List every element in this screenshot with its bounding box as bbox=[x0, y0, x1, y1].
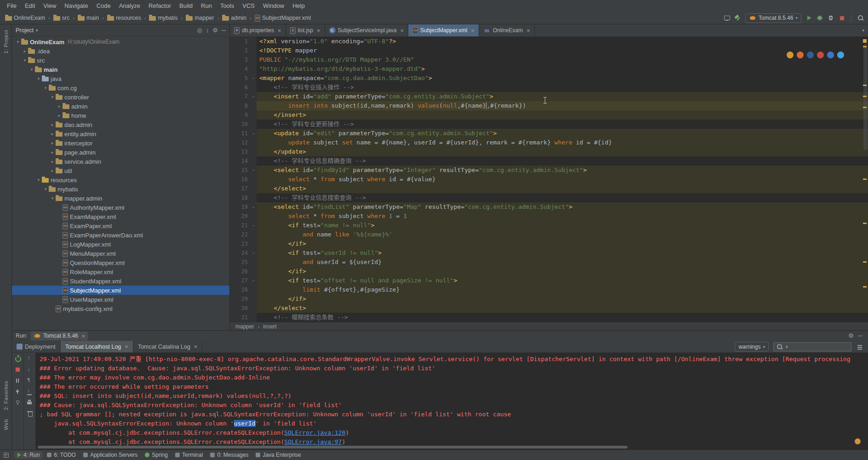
tree-item-main[interactable]: ▾main bbox=[12, 65, 229, 74]
editor-tab-subjectserviceimpl-java[interactable]: SubjectServiceImpl.java× bbox=[325, 24, 409, 36]
code-line[interactable]: 21− <if test="name != null"> bbox=[230, 221, 868, 230]
run-button[interactable] bbox=[805, 14, 812, 22]
code-line[interactable]: 20 select * from subject where 1 = 1 bbox=[230, 212, 868, 221]
code-line[interactable]: 3PUBLIC "-//mybatis.org//DTD Mapper 3.0/… bbox=[230, 55, 868, 64]
run-configuration-select[interactable]: Tomcat 8.5.46 ▾ bbox=[745, 13, 801, 23]
editor[interactable]: 1<?xml version="1.0" encoding="UTF-8"?>2… bbox=[230, 37, 868, 322]
console-output[interactable]: 29-Jul-2021 17:49:09.520 严重 [http-nio-80… bbox=[36, 353, 868, 449]
tree-item-com-cg[interactable]: ▾com.cg bbox=[12, 83, 229, 92]
stacktrace-link[interactable]: SQLError.java:97 bbox=[284, 438, 342, 445]
chevron-down-icon[interactable]: ▾ bbox=[49, 196, 56, 201]
menu-item-help[interactable]: Help bbox=[288, 0, 309, 12]
tree-item-mybatis[interactable]: ▾mybatis bbox=[12, 184, 229, 194]
chevron-down-icon[interactable]: ▾ bbox=[36, 28, 38, 33]
code-line[interactable]: 23 </if> bbox=[230, 239, 868, 248]
console-options-icon[interactable] bbox=[856, 343, 863, 351]
console-search-field[interactable]: ▾ bbox=[773, 342, 851, 351]
breadcrumb-item-resources[interactable]: resources bbox=[106, 15, 143, 21]
fold-marker-icon[interactable]: − bbox=[251, 202, 257, 212]
tree-item-admin[interactable]: ▸admin bbox=[12, 102, 229, 111]
code-line[interactable]: 27− <if test="offset != null and pageSiz… bbox=[230, 276, 868, 285]
warning-stripe-mark[interactable] bbox=[863, 223, 867, 224]
fold-marker-icon[interactable]: − bbox=[251, 129, 257, 138]
statusbar-item-application-servers[interactable]: Application Servers bbox=[80, 451, 141, 459]
fold-marker-icon[interactable]: − bbox=[251, 276, 257, 285]
fold-marker-icon[interactable]: − bbox=[251, 221, 257, 230]
project-stripe-button[interactable]: 1: Project bbox=[3, 30, 9, 53]
code-line[interactable]: 14 <!-- 学科专业信息精确查询 --> bbox=[230, 156, 868, 166]
chevron-down-icon[interactable]: ▾ bbox=[42, 86, 49, 90]
chevron-right-icon[interactable]: ▸ bbox=[56, 113, 63, 118]
close-icon[interactable]: × bbox=[194, 343, 198, 350]
tree-item-logmapper-xml[interactable]: LogMapper.xml bbox=[12, 240, 229, 249]
tree-item-authoritymapper-xml[interactable]: AuthorityMapper.xml bbox=[12, 203, 229, 212]
tree-item-idea[interactable]: ▸.idea bbox=[12, 46, 229, 56]
close-icon[interactable]: × bbox=[400, 27, 404, 34]
code-line[interactable]: 1<?xml version="1.0" encoding="UTF-8"?> bbox=[230, 37, 868, 46]
up-stacktrace-icon[interactable] bbox=[26, 355, 34, 363]
chevron-right-icon[interactable]: ▸ bbox=[49, 141, 56, 145]
redeploy-icon[interactable] bbox=[14, 388, 22, 396]
code-line[interactable]: 9 </insert> bbox=[230, 110, 868, 120]
code-line[interactable]: 24− <if test="userId != null"> bbox=[230, 248, 868, 258]
code-line[interactable]: 28 limit #{offset},#{pageSize} bbox=[230, 285, 868, 294]
chevron-down-icon[interactable]: ▾ bbox=[42, 187, 49, 191]
pin-tab-icon[interactable] bbox=[14, 399, 22, 407]
warning-stripe-mark[interactable] bbox=[863, 96, 867, 97]
code-line[interactable]: 22 and name like '%${name}%' bbox=[230, 230, 868, 239]
collapse-all-icon[interactable]: ↕ bbox=[206, 27, 209, 34]
code-line[interactable]: 10 <!-- 学科专业更新操作 --> bbox=[230, 120, 868, 129]
stop-button[interactable] bbox=[838, 14, 845, 22]
chevron-down-icon[interactable]: ▾ bbox=[35, 178, 42, 182]
editor-tab-subjectmapper-xml[interactable]: SubjectMapper.xml× bbox=[408, 24, 479, 36]
fold-marker-icon[interactable]: − bbox=[251, 248, 257, 258]
editor-breadcrumb-item-mapper[interactable]: mapper bbox=[235, 323, 254, 330]
build-hammer-icon[interactable] bbox=[734, 14, 742, 22]
tree-item-exampaperanswerdao-xml[interactable]: ExamPaperAnswerDao.xml bbox=[12, 230, 229, 240]
tree-item-rolemapper-xml[interactable]: RoleMapper.xml bbox=[12, 267, 229, 276]
close-icon[interactable]: × bbox=[125, 343, 128, 350]
warning-stripe-mark[interactable] bbox=[863, 178, 867, 180]
pause-output-icon[interactable] bbox=[14, 377, 22, 385]
ie-icon[interactable] bbox=[807, 52, 814, 58]
tree-item-menumapper-xml[interactable]: MenuMapper.xml bbox=[12, 249, 229, 258]
soft-wrap-icon[interactable] bbox=[26, 377, 34, 385]
fold-marker-icon[interactable]: − bbox=[251, 74, 257, 83]
menu-item-code[interactable]: Code bbox=[92, 0, 115, 12]
editor-tabs-list-icon[interactable]: ▾ bbox=[862, 28, 864, 33]
menu-item-build[interactable]: Build bbox=[175, 0, 197, 12]
code-line[interactable]: 17 </select> bbox=[230, 184, 868, 193]
editor-breadcrumb-item-insert[interactable]: insert bbox=[263, 323, 276, 330]
chevron-right-icon[interactable]: ▸ bbox=[49, 159, 56, 164]
close-icon[interactable]: × bbox=[526, 27, 530, 34]
warning-stripe-mark[interactable] bbox=[863, 286, 867, 288]
close-icon[interactable]: × bbox=[82, 333, 86, 339]
tree-item-page-admin[interactable]: ▸page.admin bbox=[12, 148, 229, 157]
statusbar-item-spring[interactable]: Spring bbox=[142, 451, 171, 459]
firefox-icon[interactable] bbox=[797, 52, 804, 58]
console-tab-tomcat-localhost-log[interactable]: Tomcat Localhost Log× bbox=[61, 341, 133, 352]
console-horizontal-scrollbar[interactable] bbox=[38, 446, 857, 448]
safari-icon[interactable] bbox=[837, 52, 844, 58]
tree-item-questionmapper-xml[interactable]: QuestionMapper.xml bbox=[12, 258, 229, 267]
close-icon[interactable]: × bbox=[471, 27, 474, 34]
code-line[interactable]: 12 update subject set name = #{name}, us… bbox=[230, 138, 868, 147]
chevron-right-icon[interactable]: ▸ bbox=[49, 168, 56, 173]
menu-item-refactor[interactable]: Refactor bbox=[144, 0, 175, 12]
statusbar-item-terminal[interactable]: Terminal bbox=[172, 451, 206, 459]
fold-marker-icon[interactable]: − bbox=[251, 92, 257, 101]
chevron-down-icon[interactable]: ▾ bbox=[22, 58, 28, 63]
menu-item-run[interactable]: Run bbox=[197, 0, 216, 12]
warning-stripe-mark[interactable] bbox=[863, 107, 867, 108]
chevron-down-icon[interactable]: ▾ bbox=[49, 95, 56, 99]
tree-item-interceptor[interactable]: ▸interceptor bbox=[12, 138, 229, 148]
tree-item-usermapper-xml[interactable]: UserMapper.xml bbox=[12, 295, 229, 304]
breadcrumb-item-onlineexam[interactable]: OnlineExam bbox=[4, 15, 46, 21]
hide-panel-icon[interactable]: ─ bbox=[222, 27, 226, 34]
tree-item-exammapper-xml[interactable]: ExamMapper.xml bbox=[12, 212, 229, 221]
breadcrumb-item-mybatis[interactable]: mybatis bbox=[148, 15, 179, 21]
run-session-tab[interactable]: Tomcat 8.5.46 × bbox=[31, 332, 88, 340]
chrome-icon[interactable] bbox=[787, 52, 794, 58]
code-line[interactable]: 25 and userId = ${userId} bbox=[230, 258, 868, 267]
scrollbar-thumb[interactable] bbox=[38, 446, 628, 448]
